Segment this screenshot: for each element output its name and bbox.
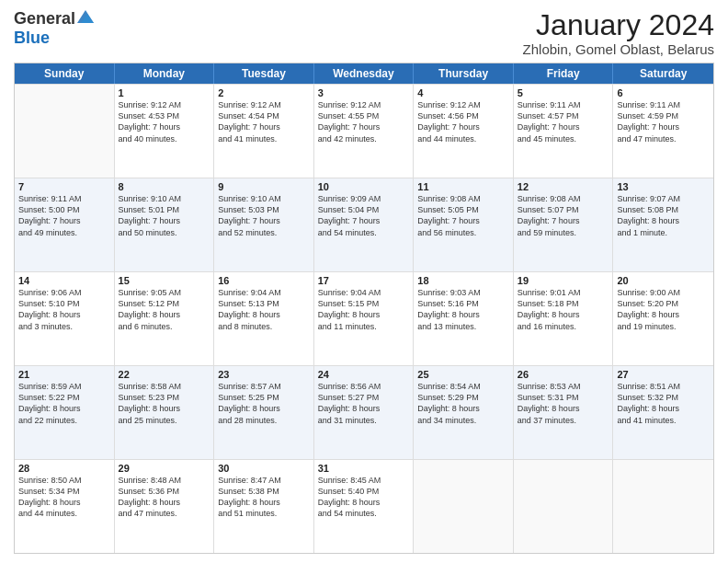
cell-info-line: Daylight: 7 hours — [318, 215, 410, 226]
calendar-cell-22: 22Sunrise: 8:58 AMSunset: 5:23 PMDayligh… — [115, 366, 215, 459]
cell-info-line: Daylight: 8 hours — [617, 215, 710, 226]
day-number: 15 — [119, 275, 210, 286]
cell-info-line: Sunset: 4:54 PM — [218, 110, 310, 121]
cell-info-line: Sunrise: 9:10 AM — [218, 193, 310, 204]
cell-info-line: Daylight: 7 hours — [518, 215, 609, 226]
day-number: 29 — [119, 463, 210, 474]
calendar-cell-29: 29Sunrise: 8:48 AMSunset: 5:36 PMDayligh… — [115, 460, 215, 553]
day-number: 2 — [218, 87, 310, 98]
calendar-row-1: 1Sunrise: 9:12 AMSunset: 4:53 PMDaylight… — [15, 84, 713, 178]
cell-info-line: and 41 minutes. — [218, 133, 310, 144]
logo-general-text: General — [14, 9, 75, 29]
calendar-cell-empty — [414, 460, 514, 553]
cell-info-line: and 56 minutes. — [417, 227, 509, 238]
header-day-thursday: Thursday — [414, 63, 514, 84]
cell-info-line: and 8 minutes. — [218, 321, 310, 332]
cell-info-line: Sunrise: 9:12 AM — [119, 99, 210, 110]
cell-info-line: Daylight: 7 hours — [218, 215, 310, 226]
cell-info-line: and 16 minutes. — [518, 321, 609, 332]
calendar-cell-27: 27Sunrise: 8:51 AMSunset: 5:32 PMDayligh… — [613, 366, 713, 459]
calendar-cell-16: 16Sunrise: 9:04 AMSunset: 5:13 PMDayligh… — [214, 272, 314, 365]
day-number: 21 — [18, 369, 110, 380]
cell-info-line: Daylight: 7 hours — [617, 121, 710, 132]
cell-info-line: and 31 minutes. — [318, 415, 410, 426]
cell-info-line: Sunset: 5:03 PM — [218, 204, 310, 215]
header-day-saturday: Saturday — [613, 63, 713, 84]
cell-info-line: Sunset: 5:36 PM — [119, 486, 210, 497]
header-day-tuesday: Tuesday — [214, 63, 314, 84]
cell-info-line: Sunrise: 8:51 AM — [617, 381, 710, 392]
cell-info-line: Daylight: 8 hours — [218, 403, 310, 414]
calendar-row-3: 14Sunrise: 9:06 AMSunset: 5:10 PMDayligh… — [15, 271, 713, 365]
cell-info-line: Daylight: 7 hours — [518, 121, 609, 132]
calendar-cell-4: 4Sunrise: 9:12 AMSunset: 4:56 PMDaylight… — [414, 85, 514, 178]
calendar-row-2: 7Sunrise: 9:11 AMSunset: 5:00 PMDaylight… — [15, 178, 713, 271]
cell-info-line: Sunrise: 8:47 AM — [218, 475, 310, 486]
calendar-cell-23: 23Sunrise: 8:57 AMSunset: 5:25 PMDayligh… — [214, 366, 314, 459]
cell-info-line: Sunset: 4:57 PM — [518, 110, 609, 121]
cell-info-line: Sunset: 5:08 PM — [617, 204, 710, 215]
day-number: 11 — [417, 181, 509, 192]
cell-info-line: Sunset: 5:22 PM — [18, 392, 110, 403]
calendar-cell-5: 5Sunrise: 9:11 AMSunset: 4:57 PMDaylight… — [514, 85, 614, 178]
cell-info-line: Sunset: 5:16 PM — [417, 298, 509, 309]
day-number: 31 — [318, 463, 410, 474]
cell-info-line: Daylight: 8 hours — [318, 497, 410, 508]
header-day-friday: Friday — [514, 63, 614, 84]
cell-info-line: Sunrise: 9:04 AM — [218, 287, 310, 298]
calendar-cell-7: 7Sunrise: 9:11 AMSunset: 5:00 PMDaylight… — [15, 178, 115, 271]
day-number: 14 — [18, 275, 110, 286]
day-number: 19 — [518, 275, 609, 286]
day-number: 30 — [218, 463, 310, 474]
cell-info-line: Sunset: 4:55 PM — [318, 110, 410, 121]
cell-info-line: Sunset: 4:56 PM — [417, 110, 509, 121]
cell-info-line: Sunrise: 9:00 AM — [617, 287, 710, 298]
cell-info-line: Daylight: 8 hours — [119, 309, 210, 320]
day-number: 24 — [318, 369, 410, 380]
cell-info-line: Sunset: 5:12 PM — [119, 298, 210, 309]
header-right: January 2024 Zhlobin, Gomel Oblast, Bela… — [523, 9, 714, 57]
logo: General Blue — [14, 9, 94, 48]
calendar-cell-11: 11Sunrise: 9:08 AMSunset: 5:05 PMDayligh… — [414, 178, 514, 271]
header-day-wednesday: Wednesday — [314, 63, 415, 84]
cell-info-line: Sunrise: 9:08 AM — [417, 193, 509, 204]
cell-info-line: and 1 minute. — [617, 227, 710, 238]
cell-info-line: and 44 minutes. — [417, 133, 509, 144]
cell-info-line: and 25 minutes. — [119, 415, 210, 426]
cell-info-line: and 47 minutes. — [119, 508, 210, 519]
day-number: 5 — [518, 87, 609, 98]
calendar-cell-31: 31Sunrise: 8:45 AMSunset: 5:40 PMDayligh… — [314, 460, 415, 553]
cell-info-line: Daylight: 8 hours — [218, 309, 310, 320]
calendar-cell-empty — [15, 85, 115, 178]
cell-info-line: and 41 minutes. — [617, 415, 710, 426]
calendar-cell-empty — [514, 460, 614, 553]
cell-info-line: Daylight: 7 hours — [119, 215, 210, 226]
cell-info-line: Daylight: 8 hours — [119, 497, 210, 508]
page: General Blue January 2024 Zhlobin, Gomel… — [0, 0, 728, 563]
cell-info-line: and 47 minutes. — [617, 133, 710, 144]
cell-info-line: Sunrise: 9:04 AM — [318, 287, 410, 298]
cell-info-line: Sunrise: 9:07 AM — [617, 193, 710, 204]
header-day-sunday: Sunday — [15, 63, 115, 84]
cell-info-line: Sunset: 5:07 PM — [518, 204, 609, 215]
calendar-body: 1Sunrise: 9:12 AMSunset: 4:53 PMDaylight… — [15, 84, 713, 553]
cell-info-line: and 3 minutes. — [18, 321, 110, 332]
cell-info-line: and 52 minutes. — [218, 227, 310, 238]
day-number: 12 — [518, 181, 609, 192]
cell-info-line: Sunrise: 8:54 AM — [417, 381, 509, 392]
cell-info-line: and 49 minutes. — [18, 227, 110, 238]
day-number: 1 — [119, 87, 210, 98]
cell-info-line: and 44 minutes. — [18, 508, 110, 519]
calendar-cell-12: 12Sunrise: 9:08 AMSunset: 5:07 PMDayligh… — [514, 178, 614, 271]
cell-info-line: Sunset: 5:32 PM — [617, 392, 710, 403]
calendar-row-4: 21Sunrise: 8:59 AMSunset: 5:22 PMDayligh… — [15, 365, 713, 459]
cell-info-line: Sunrise: 9:08 AM — [518, 193, 609, 204]
calendar-cell-30: 30Sunrise: 8:47 AMSunset: 5:38 PMDayligh… — [214, 460, 314, 553]
cell-info-line: Sunrise: 9:01 AM — [518, 287, 609, 298]
calendar-header: SundayMondayTuesdayWednesdayThursdayFrid… — [15, 63, 713, 84]
cell-info-line: Sunset: 5:18 PM — [518, 298, 609, 309]
cell-info-line: Sunset: 4:59 PM — [617, 110, 710, 121]
day-number: 4 — [417, 87, 509, 98]
day-number: 8 — [119, 181, 210, 192]
cell-info-line: Sunset: 5:23 PM — [119, 392, 210, 403]
